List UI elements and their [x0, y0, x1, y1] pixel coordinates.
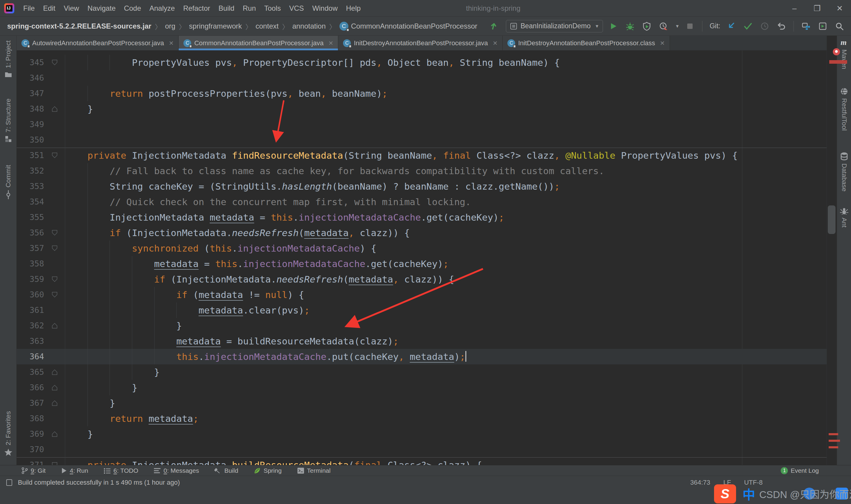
fold-down-icon[interactable] — [52, 292, 57, 298]
line-number[interactable]: 348 — [17, 101, 44, 117]
fold-up-icon[interactable] — [52, 106, 57, 112]
fold-down-icon[interactable] — [52, 59, 57, 66]
fold-gutter[interactable] — [44, 411, 65, 426]
line-number[interactable]: 352 — [17, 163, 44, 179]
run-button[interactable] — [607, 20, 620, 33]
menu-window[interactable]: Window — [308, 2, 342, 15]
line-number[interactable]: 367 — [17, 395, 44, 411]
line-number[interactable]: 345 — [17, 55, 44, 70]
run-configuration-select[interactable]: BeanInitializationDemo ▼ — [506, 20, 603, 33]
sidebar-item----project[interactable]: 1: Project — [4, 40, 12, 78]
sidebar-item-maven[interactable]: mMaven — [840, 39, 848, 69]
tab-InitDestroyAnnotationBeanPostProcessor.class[interactable]: CInitDestroyAnnotationBeanPostProcessor.… — [503, 36, 670, 50]
run-with-coverage-button[interactable] — [640, 20, 653, 33]
breadcrumb-item[interactable]: context — [255, 22, 278, 30]
run-anything-icon[interactable] — [816, 20, 829, 33]
line-number[interactable]: 350 — [17, 132, 44, 148]
fold-up-icon[interactable] — [52, 323, 57, 329]
line-number[interactable]: 353 — [17, 179, 44, 194]
code-text[interactable]: metadata.clear(pvs); — [65, 303, 827, 318]
rollback-button[interactable] — [775, 20, 787, 33]
fold-gutter[interactable] — [44, 240, 65, 256]
code-text[interactable]: metadata = this.injectionMetadataCache.g… — [65, 256, 827, 271]
line-number[interactable]: 371 — [17, 457, 44, 465]
menu-code[interactable]: Code — [120, 2, 145, 15]
fold-up-icon[interactable] — [52, 400, 57, 406]
breadcrumb-item[interactable]: spring-context-5.2.2.RELEASE-sources.jar — [7, 22, 151, 30]
code-text[interactable]: // Quick check on the concurrent map fir… — [65, 194, 827, 210]
code-text[interactable]: InjectionMetadata metadata = this.inject… — [65, 210, 827, 225]
fold-gutter[interactable] — [44, 334, 65, 349]
fold-gutter[interactable] — [44, 271, 65, 287]
line-number[interactable]: 364 — [17, 349, 44, 364]
fold-gutter[interactable] — [44, 148, 65, 163]
code-text[interactable]: private InjectionMetadata findResourceMe… — [65, 148, 827, 163]
line-number[interactable]: 365 — [17, 364, 44, 380]
sidebar-item----favorites[interactable]: 2: Favorites — [4, 411, 13, 456]
commit-button[interactable] — [742, 20, 754, 33]
code-text[interactable]: PropertyValues pvs, PropertyDescriptor[]… — [65, 55, 827, 70]
menu-build[interactable]: Build — [214, 2, 238, 15]
line-number[interactable]: 366 — [17, 380, 44, 395]
search-everywhere-icon[interactable] — [833, 20, 846, 33]
scrollbar-thumb[interactable] — [828, 205, 835, 234]
code-text[interactable]: metadata = buildResourceMetadata(clazz); — [65, 334, 827, 349]
maximize-button[interactable]: ❐ — [806, 0, 828, 17]
fold-gutter[interactable] — [44, 318, 65, 334]
toolwindow-button-spring[interactable]: Spring — [254, 467, 282, 474]
breadcrumb-item[interactable]: annotation — [292, 22, 326, 30]
sidebar-item-ant[interactable]: Ant — [840, 207, 848, 228]
line-number[interactable]: 363 — [17, 334, 44, 349]
fold-gutter[interactable] — [44, 395, 65, 411]
code-text[interactable]: if (InjectionMetadata.needsRefresh(metad… — [65, 271, 827, 287]
line-number[interactable]: 347 — [17, 86, 44, 101]
fold-gutter[interactable] — [44, 442, 65, 457]
line-number[interactable]: 346 — [17, 70, 44, 86]
fold-gutter[interactable] — [44, 210, 65, 225]
menu-file[interactable]: File — [19, 2, 39, 15]
fold-gutter[interactable] — [44, 426, 65, 442]
toolwindow-button-terminal[interactable]: Terminal — [297, 467, 330, 474]
fold-gutter[interactable] — [44, 132, 65, 148]
code-text[interactable]: // Fall back to class name as cache key,… — [65, 163, 827, 179]
sidebar-item-database[interactable]: Database — [840, 152, 848, 192]
code-text[interactable]: synchronized (this.injectionMetadataCach… — [65, 240, 827, 256]
code-text[interactable]: } — [65, 364, 827, 380]
window-icon[interactable] — [6, 479, 14, 486]
fold-down-icon[interactable] — [52, 230, 57, 236]
line-number[interactable]: 368 — [17, 411, 44, 426]
update-project-button[interactable] — [725, 20, 738, 33]
caret-position-widget[interactable]: 364:73 — [690, 479, 710, 486]
line-number[interactable]: 358 — [17, 256, 44, 271]
toolwindow-button-messages[interactable]: 0: Messages — [153, 467, 199, 474]
line-number[interactable]: 354 — [17, 194, 44, 210]
code-text[interactable]: } — [65, 101, 827, 117]
line-number[interactable]: 349 — [17, 117, 44, 132]
sidebar-item-commit[interactable]: Commit — [4, 165, 12, 199]
fold-gutter[interactable] — [44, 55, 65, 70]
menu-navigate[interactable]: Navigate — [84, 2, 120, 15]
menu-refactor[interactable]: Refactor — [179, 2, 214, 15]
sidebar-item-restfultool[interactable]: RestfulTool — [840, 88, 848, 131]
fold-gutter[interactable] — [44, 194, 65, 210]
line-number[interactable]: 355 — [17, 210, 44, 225]
code-text[interactable]: if (metadata != null) { — [65, 287, 827, 303]
close-icon[interactable]: ✕ — [660, 40, 665, 47]
menu-view[interactable]: View — [59, 2, 84, 15]
fold-up-icon[interactable] — [52, 369, 57, 375]
line-number[interactable]: 360 — [17, 287, 44, 303]
fold-gutter[interactable] — [44, 225, 65, 240]
status-message[interactable]: Build completed successfully in 1 s 490 … — [18, 479, 180, 486]
line-number[interactable]: 362 — [17, 318, 44, 334]
profiler-chevron-icon[interactable]: ▼ — [675, 23, 680, 29]
event-log-button[interactable]: 1Event Log — [781, 467, 819, 474]
toolwindow-button-run[interactable]: 4: Run — [61, 467, 88, 474]
tab-CommonAnnotationBeanPostProcessor.java[interactable]: CCommonAnnotationBeanPostProcessor.java✕ — [179, 36, 338, 50]
code-text[interactable] — [65, 117, 827, 132]
tab-AutowiredAnnotationBeanPostProcessor.java[interactable]: CAutowiredAnnotationBeanPostProcessor.ja… — [17, 36, 179, 50]
sidebar-item----structure[interactable]: 7: Structure — [4, 98, 12, 143]
line-number[interactable]: 351 — [17, 148, 44, 163]
fold-gutter[interactable] — [44, 380, 65, 395]
fold-down-icon[interactable] — [52, 152, 57, 158]
menu-help[interactable]: Help — [342, 2, 365, 15]
